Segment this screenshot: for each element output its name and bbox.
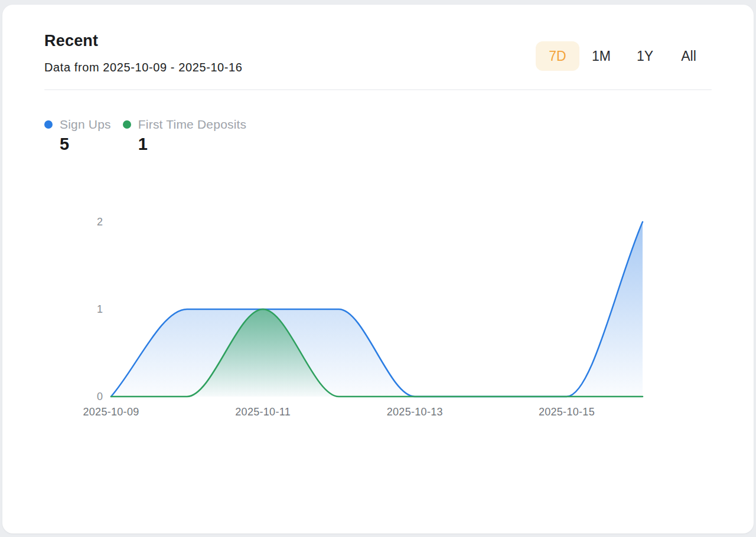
page-title: Recent (44, 32, 98, 50)
y-axis-tick: 1 (73, 302, 103, 316)
chart-legend: Sign Ups5First Time Deposits1 (44, 116, 246, 154)
recent-card (2, 5, 754, 533)
legend-label: First Time Deposits (138, 117, 247, 132)
x-axis-tick: 2025-10-09 (70, 405, 152, 419)
legend-dot-icon (44, 120, 53, 129)
range-button-1y[interactable]: 1Y (623, 41, 667, 71)
range-button-1m[interactable]: 1M (579, 41, 623, 71)
legend-value: 5 (60, 135, 111, 154)
time-range-selector: 7D1M1YAll (536, 41, 711, 71)
header-divider (44, 89, 712, 90)
y-axis-tick: 0 (73, 389, 103, 404)
date-range-subtitle: Data from 2025-10-09 - 2025-10-16 (44, 61, 243, 74)
x-axis-tick: 2025-10-13 (373, 405, 456, 419)
legend-dot-icon (123, 120, 131, 129)
y-axis-tick: 2 (73, 215, 103, 229)
legend-metric[interactable]: First Time Deposits1 (123, 116, 247, 154)
legend-label: Sign Ups (60, 117, 111, 132)
range-button-all[interactable]: All (667, 41, 711, 71)
x-axis-tick: 2025-10-11 (221, 405, 304, 419)
legend-metric[interactable]: Sign Ups5 (44, 116, 111, 154)
x-axis-tick: 2025-10-15 (525, 405, 608, 419)
legend-value: 1 (138, 135, 247, 154)
range-button-7d[interactable]: 7D (536, 41, 579, 71)
